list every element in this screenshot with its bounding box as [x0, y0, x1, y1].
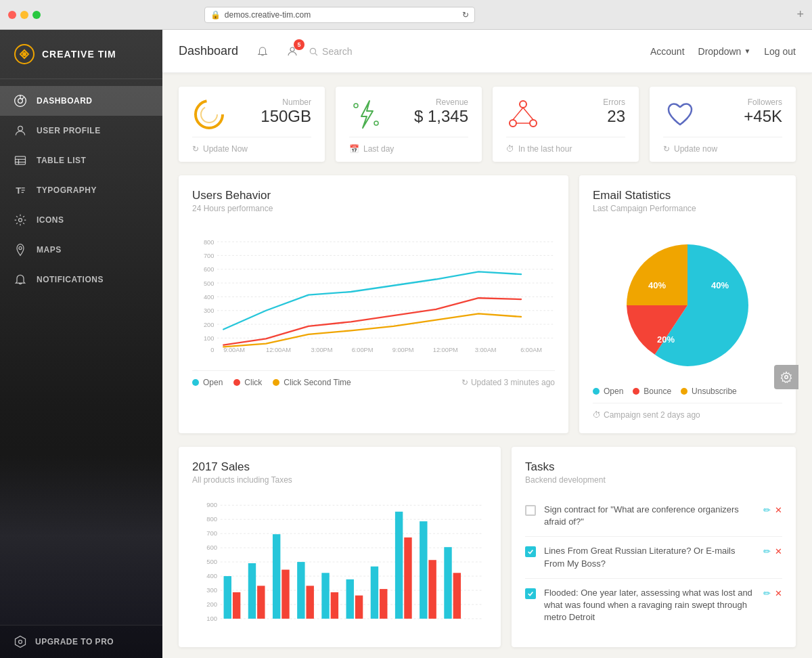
sidebar-item-dashboard[interactable]: DASHBOARD: [0, 86, 162, 116]
task-edit-1[interactable]: ✏: [763, 546, 771, 556]
svg-rect-93: [404, 538, 411, 619]
minimize-dot[interactable]: [20, 11, 28, 19]
close-dot[interactable]: [8, 11, 16, 19]
sidebar-item-icons[interactable]: ICONS: [0, 205, 162, 235]
task-checkbox-2[interactable]: [525, 588, 536, 599]
task-edit-0[interactable]: ✏: [763, 505, 771, 515]
svg-text:40%: 40%: [648, 280, 666, 290]
svg-text:800: 800: [204, 239, 214, 246]
svg-rect-86: [321, 573, 329, 619]
charts-row: Users Behavior 24 Hours performance: [179, 175, 796, 433]
sidebar-item-maps[interactable]: MAPS: [0, 235, 162, 265]
task-checkbox-0[interactable]: [525, 505, 536, 516]
svg-text:9:00PM: 9:00PM: [392, 347, 414, 353]
task-item-1: Lines From Great Russian Literature? Or …: [525, 537, 782, 578]
legend-dot-click: [233, 379, 240, 386]
svg-rect-87: [331, 592, 338, 619]
svg-rect-80: [248, 563, 256, 619]
svg-rect-95: [428, 560, 436, 619]
flash-icon: [349, 97, 383, 131]
user-profile-label: USER PROFILE: [37, 126, 101, 135]
svg-text:400: 400: [206, 572, 217, 579]
icons-label: ICONS: [37, 215, 64, 225]
task-edit-2[interactable]: ✏: [763, 588, 771, 598]
gear-button[interactable]: [774, 365, 798, 389]
svg-text:700: 700: [206, 529, 217, 537]
svg-text:600: 600: [206, 544, 217, 551]
fullscreen-dot[interactable]: [32, 11, 41, 19]
url-text: demos.creative-tim.com: [225, 10, 311, 20]
browser-chrome: 🔒 demos.creative-tim.com ↻ +: [0, 0, 812, 30]
chart-update: ↻ Updated 3 minutes ago: [461, 378, 555, 387]
table-list-label: TABLE LIST: [37, 156, 86, 165]
task-text-1: Lines From Great Russian Literature? Or …: [544, 545, 755, 569]
svg-text:800: 800: [206, 515, 217, 523]
tasks-card: Tasks Backend development Sign contract …: [512, 447, 796, 647]
sidebar-item-typography[interactable]: T TYPOGRAPHY: [0, 175, 162, 205]
browser-traffic-lights: [8, 11, 41, 19]
stat-footer-3: ↻ Update now: [663, 137, 782, 154]
upgrade-button[interactable]: UPGRADE TO PRO: [0, 625, 162, 658]
url-bar[interactable]: 🔒 demos.creative-tim.com ↻: [204, 7, 475, 23]
legend-open: Open: [192, 378, 223, 387]
svg-rect-97: [453, 573, 461, 619]
sales-subtitle: All products including Taxes: [192, 475, 487, 485]
reload-icon[interactable]: ↻: [462, 10, 469, 20]
calendar-icon: 📅: [349, 144, 359, 154]
bell-icon-1: [256, 45, 269, 58]
sidebar-item-table-list[interactable]: TABLE LIST: [0, 146, 162, 175]
legend-label-click: Click: [244, 378, 262, 387]
notify-btn-2[interactable]: 5: [281, 41, 303, 62]
sidebar-item-user-profile[interactable]: USER PROFILE: [0, 116, 162, 146]
stat-footer-1: 📅 Last day: [349, 137, 468, 154]
svg-point-23: [354, 104, 358, 108]
typography-icon: T: [14, 183, 27, 197]
stat-value-1: $ 1,345: [414, 107, 468, 126]
svg-text:500: 500: [206, 558, 217, 565]
search-bar[interactable]: Search: [309, 46, 352, 57]
new-tab-button[interactable]: +: [796, 7, 804, 22]
dropdown-button[interactable]: Dropdown ▼: [698, 46, 751, 57]
stat-footer-text-0: Update Now: [203, 144, 248, 154]
sidebar: CREATIVE TIM DASHBOARD: [0, 30, 162, 658]
task-delete-0[interactable]: ✕: [775, 505, 782, 515]
sidebar-item-notifications[interactable]: NOTIFICATIONS: [0, 265, 162, 294]
svg-rect-89: [355, 596, 363, 619]
stat-card-errors: Errors 23 ⏱ In the last hour: [493, 87, 639, 162]
nodes-icon: [506, 97, 540, 131]
maps-label: MAPS: [37, 245, 62, 255]
search-label: Search: [322, 46, 352, 57]
account-link[interactable]: Account: [650, 46, 685, 57]
task-delete-2[interactable]: ✕: [775, 588, 782, 598]
logo-text: CREATIVE TIM: [42, 49, 116, 60]
donut-icon: [192, 97, 226, 131]
task-text-0: Sign contract for "What are conference o…: [544, 504, 755, 528]
clock-icon-email: ⏱: [593, 410, 601, 420]
svg-point-1: [22, 52, 26, 56]
svg-line-29: [523, 108, 533, 120]
svg-text:100: 100: [206, 615, 217, 622]
stat-footer-text-3: Update now: [674, 144, 717, 154]
svg-point-22: [201, 106, 217, 123]
task-actions-1: ✏ ✕: [763, 546, 782, 556]
line-chart: 800 700 600 500 400 300 200 100 0 9:00AM…: [192, 224, 555, 359]
email-label-unsub: Unsubscribe: [692, 387, 737, 396]
notify-btn-1[interactable]: [252, 41, 273, 62]
task-delete-1[interactable]: ✕: [775, 546, 782, 556]
bar-chart: 900 800 700 600 500 400 300 200 100: [192, 496, 487, 631]
dropdown-label: Dropdown: [698, 46, 742, 57]
chart-footer: Open Click Click Second Time ↻ Updat: [192, 370, 555, 387]
stat-footer-text-2: In the last hour: [518, 144, 572, 154]
logout-link[interactable]: Log out: [764, 46, 796, 57]
task-checkbox-1[interactable]: [525, 546, 536, 557]
svg-text:12:00PM: 12:00PM: [433, 347, 458, 353]
refresh-icon-3: ↻: [663, 144, 670, 154]
svg-rect-88: [346, 579, 354, 619]
email-stats-title: Email Statistics: [593, 189, 782, 202]
stat-footer-0: ↻ Update Now: [192, 137, 311, 154]
sidebar-logo[interactable]: CREATIVE TIM: [0, 30, 162, 79]
stat-label-2: Errors: [603, 97, 625, 107]
svg-rect-91: [380, 589, 387, 619]
svg-text:900: 900: [206, 501, 217, 508]
table-list-icon: [14, 154, 27, 167]
